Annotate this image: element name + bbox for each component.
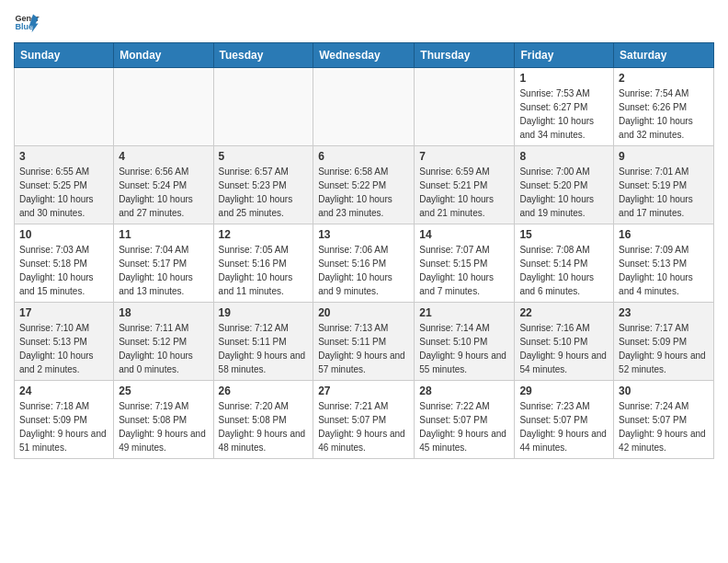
- calendar-day-cell: 28Sunrise: 7:22 AMSunset: 5:07 PMDayligh…: [415, 381, 515, 459]
- day-info: Sunrise: 7:00 AMSunset: 5:20 PMDaylight:…: [519, 165, 609, 220]
- calendar-day-cell: 12Sunrise: 7:05 AMSunset: 5:16 PMDayligh…: [213, 224, 313, 303]
- day-number: 15: [519, 228, 609, 241]
- day-number: 28: [419, 385, 509, 397]
- weekday-header: Monday: [114, 43, 213, 68]
- day-number: 17: [19, 306, 108, 319]
- day-info: Sunrise: 6:56 AMSunset: 5:24 PMDaylight:…: [119, 165, 208, 220]
- day-number: 26: [219, 385, 309, 397]
- calendar-day-cell: 11Sunrise: 7:04 AMSunset: 5:17 PMDayligh…: [114, 224, 213, 303]
- calendar-week-row: 10Sunrise: 7:03 AMSunset: 5:18 PMDayligh…: [15, 224, 714, 303]
- day-number: 1: [519, 72, 609, 85]
- day-info: Sunrise: 7:54 AMSunset: 6:26 PMDaylight:…: [619, 86, 709, 142]
- calendar-day-cell: 5Sunrise: 6:57 AMSunset: 5:23 PMDaylight…: [213, 146, 313, 224]
- calendar-day-cell: 14Sunrise: 7:07 AMSunset: 5:15 PMDayligh…: [415, 224, 515, 303]
- day-number: 10: [19, 228, 108, 241]
- day-number: 24: [19, 385, 108, 397]
- day-number: 29: [519, 385, 609, 397]
- day-info: Sunrise: 7:05 AMSunset: 5:16 PMDaylight:…: [219, 243, 309, 298]
- day-number: 16: [619, 228, 709, 241]
- calendar-day-cell: 20Sunrise: 7:13 AMSunset: 5:11 PMDayligh…: [313, 303, 415, 381]
- day-number: 6: [318, 150, 409, 163]
- calendar-day-cell: [213, 68, 313, 146]
- calendar-day-cell: 8Sunrise: 7:00 AMSunset: 5:20 PMDaylight…: [515, 146, 614, 224]
- day-info: Sunrise: 7:01 AMSunset: 5:19 PMDaylight:…: [619, 165, 709, 220]
- day-info: Sunrise: 7:16 AMSunset: 5:10 PMDaylight:…: [519, 321, 609, 376]
- calendar-week-row: 24Sunrise: 7:18 AMSunset: 5:09 PMDayligh…: [15, 381, 714, 459]
- day-info: Sunrise: 7:22 AMSunset: 5:07 PMDaylight:…: [419, 399, 509, 454]
- calendar-day-cell: [114, 68, 213, 146]
- day-number: 9: [619, 150, 709, 163]
- calendar-day-cell: 21Sunrise: 7:14 AMSunset: 5:10 PMDayligh…: [415, 303, 515, 381]
- calendar-header-row: SundayMondayTuesdayWednesdayThursdayFrid…: [15, 43, 714, 68]
- calendar-week-row: 1Sunrise: 7:53 AMSunset: 6:27 PMDaylight…: [15, 68, 714, 146]
- day-number: 19: [219, 306, 309, 319]
- day-number: 21: [419, 306, 509, 319]
- calendar-day-cell: 16Sunrise: 7:09 AMSunset: 5:13 PMDayligh…: [614, 224, 714, 303]
- logo-icon: General Blue: [14, 9, 40, 35]
- day-info: Sunrise: 6:55 AMSunset: 5:25 PMDaylight:…: [19, 165, 108, 220]
- day-number: 18: [119, 306, 208, 319]
- day-info: Sunrise: 6:57 AMSunset: 5:23 PMDaylight:…: [219, 165, 309, 220]
- weekday-header: Tuesday: [213, 43, 313, 68]
- day-info: Sunrise: 7:03 AMSunset: 5:18 PMDaylight:…: [19, 243, 108, 298]
- logo: General Blue: [14, 9, 40, 35]
- day-info: Sunrise: 7:07 AMSunset: 5:15 PMDaylight:…: [419, 243, 509, 298]
- calendar-day-cell: 15Sunrise: 7:08 AMSunset: 5:14 PMDayligh…: [515, 224, 614, 303]
- calendar-day-cell: 2Sunrise: 7:54 AMSunset: 6:26 PMDaylight…: [614, 68, 714, 146]
- day-number: 30: [619, 385, 709, 397]
- calendar-day-cell: 19Sunrise: 7:12 AMSunset: 5:11 PMDayligh…: [213, 303, 313, 381]
- calendar-day-cell: 25Sunrise: 7:19 AMSunset: 5:08 PMDayligh…: [114, 381, 213, 459]
- day-info: Sunrise: 7:10 AMSunset: 5:13 PMDaylight:…: [19, 321, 108, 376]
- day-info: Sunrise: 7:06 AMSunset: 5:16 PMDaylight:…: [318, 243, 409, 298]
- calendar-day-cell: 13Sunrise: 7:06 AMSunset: 5:16 PMDayligh…: [313, 224, 415, 303]
- day-number: 22: [519, 306, 609, 319]
- calendar-day-cell: 23Sunrise: 7:17 AMSunset: 5:09 PMDayligh…: [614, 303, 714, 381]
- calendar-day-cell: 30Sunrise: 7:24 AMSunset: 5:07 PMDayligh…: [614, 381, 714, 459]
- calendar-day-cell: 10Sunrise: 7:03 AMSunset: 5:18 PMDayligh…: [15, 224, 114, 303]
- day-info: Sunrise: 7:18 AMSunset: 5:09 PMDaylight:…: [19, 399, 108, 454]
- calendar-day-cell: 3Sunrise: 6:55 AMSunset: 5:25 PMDaylight…: [15, 146, 114, 224]
- calendar-day-cell: 24Sunrise: 7:18 AMSunset: 5:09 PMDayligh…: [15, 381, 114, 459]
- calendar-day-cell: 26Sunrise: 7:20 AMSunset: 5:08 PMDayligh…: [213, 381, 313, 459]
- calendar-day-cell: 7Sunrise: 6:59 AMSunset: 5:21 PMDaylight…: [415, 146, 515, 224]
- calendar-day-cell: [15, 68, 114, 146]
- day-info: Sunrise: 7:17 AMSunset: 5:09 PMDaylight:…: [619, 321, 709, 376]
- calendar-day-cell: 1Sunrise: 7:53 AMSunset: 6:27 PMDaylight…: [515, 68, 614, 146]
- calendar-week-row: 17Sunrise: 7:10 AMSunset: 5:13 PMDayligh…: [15, 303, 714, 381]
- day-number: 4: [119, 150, 208, 163]
- weekday-header: Sunday: [15, 43, 114, 68]
- day-info: Sunrise: 7:08 AMSunset: 5:14 PMDaylight:…: [519, 243, 609, 298]
- page-header: General Blue: [14, 9, 714, 35]
- day-info: Sunrise: 7:14 AMSunset: 5:10 PMDaylight:…: [419, 321, 509, 376]
- day-number: 7: [419, 150, 509, 163]
- day-info: Sunrise: 7:24 AMSunset: 5:07 PMDaylight:…: [619, 399, 709, 454]
- day-number: 27: [318, 385, 409, 397]
- calendar-day-cell: 4Sunrise: 6:56 AMSunset: 5:24 PMDaylight…: [114, 146, 213, 224]
- day-info: Sunrise: 7:13 AMSunset: 5:11 PMDaylight:…: [318, 321, 409, 376]
- day-info: Sunrise: 7:19 AMSunset: 5:08 PMDaylight:…: [119, 399, 208, 454]
- day-info: Sunrise: 7:53 AMSunset: 6:27 PMDaylight:…: [519, 86, 609, 142]
- day-info: Sunrise: 7:09 AMSunset: 5:13 PMDaylight:…: [619, 243, 709, 298]
- calendar-day-cell: 17Sunrise: 7:10 AMSunset: 5:13 PMDayligh…: [15, 303, 114, 381]
- calendar-day-cell: 29Sunrise: 7:23 AMSunset: 5:07 PMDayligh…: [515, 381, 614, 459]
- day-info: Sunrise: 7:12 AMSunset: 5:11 PMDaylight:…: [219, 321, 309, 376]
- day-info: Sunrise: 7:21 AMSunset: 5:07 PMDaylight:…: [318, 399, 409, 454]
- calendar-day-cell: 9Sunrise: 7:01 AMSunset: 5:19 PMDaylight…: [614, 146, 714, 224]
- calendar-day-cell: [313, 68, 415, 146]
- day-info: Sunrise: 6:58 AMSunset: 5:22 PMDaylight:…: [318, 165, 409, 220]
- day-number: 2: [619, 72, 709, 85]
- day-number: 3: [19, 150, 108, 163]
- calendar-week-row: 3Sunrise: 6:55 AMSunset: 5:25 PMDaylight…: [15, 146, 714, 224]
- day-info: Sunrise: 6:59 AMSunset: 5:21 PMDaylight:…: [419, 165, 509, 220]
- day-number: 23: [619, 306, 709, 319]
- day-info: Sunrise: 7:20 AMSunset: 5:08 PMDaylight:…: [219, 399, 309, 454]
- weekday-header: Saturday: [614, 43, 714, 68]
- day-info: Sunrise: 7:11 AMSunset: 5:12 PMDaylight:…: [119, 321, 208, 376]
- day-number: 14: [419, 228, 509, 241]
- day-number: 20: [318, 306, 409, 319]
- day-number: 13: [318, 228, 409, 241]
- day-number: 11: [119, 228, 208, 241]
- weekday-header: Wednesday: [313, 43, 415, 68]
- day-number: 12: [219, 228, 309, 241]
- calendar-table: SundayMondayTuesdayWednesdayThursdayFrid…: [14, 42, 714, 459]
